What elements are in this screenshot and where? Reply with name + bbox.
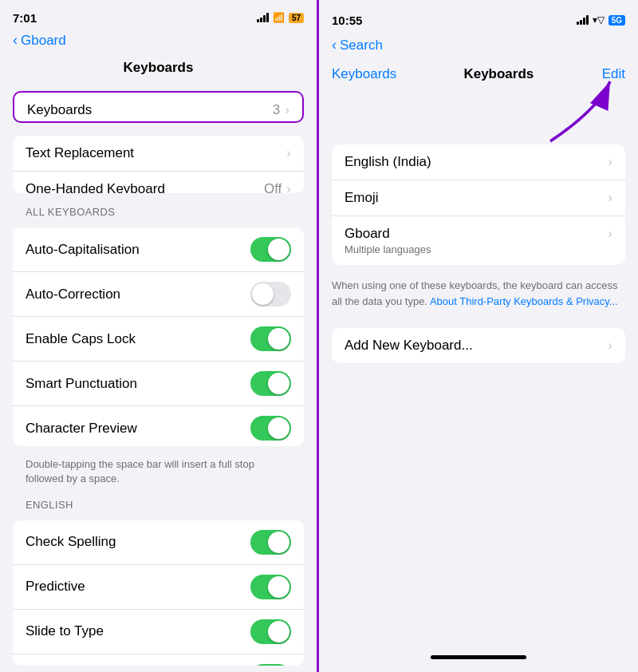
wifi-icon: 📶 [273,12,285,23]
character-preview-toggle[interactable] [250,416,291,441]
auto-correction-label: Auto-Correction [26,287,120,302]
one-handed-row[interactable]: One-Handed Keyboard Off › [13,172,304,194]
text-replacement-right: › [286,145,291,161]
english-india-name: English (India) [345,154,431,170]
gboard-main: Gboard › [345,226,612,242]
right-back-label[interactable]: Search [340,38,383,53]
smart-punctuation-knob [268,373,289,394]
predictive-toggle[interactable] [250,575,291,599]
caps-lock-knob [268,328,289,350]
auto-correction-row[interactable]: Auto-Correction [13,272,304,317]
signal-icon [257,13,269,22]
right-back-keyboards[interactable]: Keyboards [332,66,396,82]
one-handed-right: Off › [264,181,291,194]
left-panel: 7:01 📶 57 ‹ Gboard Keyboards Keyboards 3 [0,0,319,672]
check-spelling-label: Check Spelling [26,534,116,550]
keyboards-row-right: 3 › [273,102,289,118]
auto-capitalisation-label: Auto-Capitalisation [26,242,140,258]
emoji-main: Emoji › [345,190,612,206]
predictive-row[interactable]: Predictive [13,565,304,610]
gboard-name: Gboard [345,226,390,242]
add-keyboard-label: Add New Keyboard... [345,338,473,354]
right-signal-icon [577,15,589,25]
check-spelling-toggle[interactable] [250,530,291,555]
text-replacement-label: Text Replacement [26,145,134,161]
smart-punctuation-toggle[interactable] [250,371,291,396]
all-keyboards-label: ALL KEYBOARDS [0,200,317,221]
character-preview-row[interactable]: Character Preview [13,406,304,445]
text-replacement-row[interactable]: Text Replacement › [13,136,304,172]
edit-button[interactable]: Edit [602,66,625,82]
privacy-link[interactable]: About Third-Party Keyboards & Privacy... [430,295,618,307]
toggle-group: Auto-Capitalisation Auto-Correction Enab… [13,227,304,445]
smart-punctuation-row[interactable]: Smart Punctuation [13,362,304,406]
left-back-chevron-icon: ‹ [13,32,18,49]
settings-group: Text Replacement › One-Handed Keyboard O… [13,136,304,194]
right-nav-bar: Keyboards Keyboards Edit [319,58,638,93]
add-keyboard-group: Add New Keyboard... › [332,328,625,363]
emoji-item[interactable]: Emoji › [332,180,625,216]
keyboards-row-label: Keyboards [27,102,92,118]
english-india-chevron-icon: › [608,154,612,170]
right-panel: 10:55 ▾▽ 5G ‹ Search Keyboards Keyboards… [319,0,638,672]
right-nav-title: Keyboards [463,66,534,82]
gboard-sub: Multiple languages [345,243,612,255]
emoji-chevron-icon: › [608,190,612,206]
slide-to-type-knob [268,621,289,642]
caps-lock-row[interactable]: Enable Caps Lock [13,317,304,362]
one-handed-chevron-icon: › [286,181,291,194]
keyboards-row[interactable]: Keyboards 3 › [14,93,302,123]
left-time: 7:01 [13,11,37,25]
privacy-note: When using one of these keyboards, the k… [319,271,638,315]
character-preview-knob [268,417,289,439]
english-toggle-group: Check Spelling Predictive Slide to Type … [13,520,304,666]
delete-slide-row[interactable]: Delete Slide-to-Type by Word [13,654,304,666]
auto-capitalisation-toggle[interactable] [250,237,291,262]
slide-to-type-label: Slide to Type [26,623,104,639]
caps-lock-toggle[interactable] [250,326,291,351]
one-handed-value: Off [264,181,282,194]
right-status-bar: 10:55 ▾▽ 5G [319,0,638,35]
slide-to-type-toggle[interactable] [250,619,291,644]
predictive-label: Predictive [26,579,85,595]
add-keyboard-row[interactable]: Add New Keyboard... › [332,328,625,363]
english-india-item[interactable]: English (India) › [332,144,625,180]
left-status-bar: 7:01 📶 57 [0,0,317,30]
auto-correction-knob [252,283,274,305]
check-spelling-row[interactable]: Check Spelling [13,520,304,565]
auto-correction-toggle[interactable] [250,282,291,306]
gboard-item[interactable]: Gboard › Multiple languages [332,216,625,265]
add-keyboard-chevron-icon: › [608,338,612,354]
emoji-name: Emoji [345,190,379,206]
keyboards-list-group: English (India) › Emoji › Gboard › Multi… [332,144,625,265]
auto-capitalisation-knob [268,239,289,260]
keyboards-highlight-group[interactable]: Keyboards 3 › [13,91,304,123]
character-preview-label: Character Preview [26,421,137,437]
right-wifi-icon: ▾▽ [593,14,605,26]
home-indicator [431,655,526,659]
gboard-chevron-icon: › [608,226,612,242]
check-spelling-knob [268,532,289,553]
right-status-icons: ▾▽ 5G [577,14,625,26]
right-back-chevron-icon: ‹ [332,37,337,53]
caps-lock-label: Enable Caps Lock [26,331,136,347]
left-nav-title: Keyboards [124,60,194,76]
battery-left: 57 [289,13,304,23]
right-time: 10:55 [332,14,362,27]
english-india-main: English (India) › [345,154,612,170]
auto-capitalisation-row[interactable]: Auto-Capitalisation [13,227,304,272]
one-handed-label: One-Handed Keyboard [26,181,165,194]
smart-punctuation-label: Smart Punctuation [26,376,137,392]
keyboards-row-chevron-icon: › [285,102,289,118]
left-status-icons: 📶 57 [257,12,304,23]
predictive-knob [268,576,289,598]
shortcut-footnote: Double-tapping the space bar will insert… [0,453,317,492]
delete-slide-toggle[interactable] [250,664,291,666]
right-battery: 5G [608,15,625,26]
left-back-label[interactable]: Gboard [21,33,66,49]
left-nav-bar: Keyboards [0,53,317,84]
slide-to-type-row[interactable]: Slide to Type [13,610,304,654]
text-replacement-chevron-icon: › [286,145,291,161]
english-label: ENGLISH [0,492,317,514]
keyboards-row-value: 3 [273,102,280,118]
